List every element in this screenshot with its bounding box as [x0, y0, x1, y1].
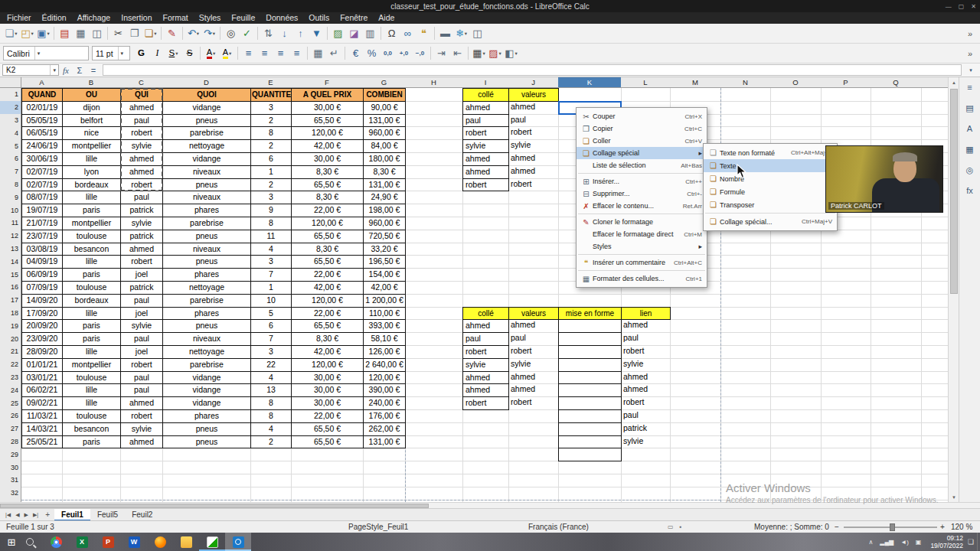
cell[interactable]: ahmed: [462, 371, 509, 385]
cell[interactable]: 65,50 €: [291, 255, 364, 269]
cell[interactable]: vidange: [162, 383, 251, 397]
pivot-table-icon[interactable]: ▥: [362, 25, 378, 41]
row-header-25[interactable]: 25: [0, 396, 21, 410]
cell[interactable]: 13: [250, 383, 292, 397]
gallery-icon[interactable]: ▦: [962, 142, 978, 156]
cell[interactable]: [558, 371, 622, 385]
cell[interactable]: vidange: [162, 371, 251, 385]
cell[interactable]: 960,00 €: [363, 126, 406, 140]
toolbar-overflow-icon[interactable]: »: [968, 49, 972, 58]
cell[interactable]: 22,00 €: [291, 204, 364, 217]
cell[interactable]: joel: [120, 307, 163, 321]
cell[interactable]: 198,00 €: [363, 204, 406, 217]
sheet-tab-feuil1[interactable]: Feuil1: [54, 509, 90, 521]
cell[interactable]: paul: [462, 332, 509, 346]
cell[interactable]: parebrise: [162, 217, 251, 230]
next-sheet-button[interactable]: ▶: [22, 512, 31, 518]
paste-icon[interactable]: ❏▾: [142, 25, 158, 41]
cell[interactable]: 42,00 €: [291, 139, 364, 153]
row-header-31[interactable]: 31: [0, 474, 21, 487]
cell[interactable]: 120,00 €: [291, 358, 364, 372]
open-icon[interactable]: ◰▾: [19, 25, 35, 41]
explorer-button[interactable]: [173, 533, 199, 551]
cell[interactable]: montpellier: [62, 139, 121, 153]
row-header-5[interactable]: 5: [0, 139, 21, 153]
percent-format-icon[interactable]: %: [364, 45, 380, 61]
cell[interactable]: robert: [462, 178, 509, 192]
sidebar-menu-icon[interactable]: ≡: [962, 80, 978, 94]
find-replace-icon[interactable]: ◎: [223, 25, 239, 41]
align-left-icon[interactable]: ≡: [240, 45, 256, 61]
menu-fenetre[interactable]: Fenêtre: [335, 12, 373, 24]
cell[interactable]: 21/07/19: [21, 217, 63, 230]
row-header-30[interactable]: 30: [0, 461, 21, 474]
cell[interactable]: 154,00 €: [363, 268, 406, 282]
column-header-K[interactable]: K: [558, 77, 622, 88]
cell[interactable]: 3: [250, 255, 292, 269]
cell[interactable]: 05/05/19: [21, 114, 63, 128]
column-header-L[interactable]: L: [621, 77, 671, 88]
cell[interactable]: ahmed: [120, 435, 163, 449]
context-menu-item-selection-list[interactable]: Liste de sélectionAlt+Bas: [577, 159, 707, 171]
freeze-panes-icon[interactable]: ❄▾: [453, 25, 469, 41]
cell[interactable]: 9: [250, 204, 292, 217]
name-box[interactable]: K2 ▾: [2, 64, 59, 76]
row-header-23[interactable]: 23: [0, 371, 21, 385]
insert-mode-icon[interactable]: ▭: [668, 521, 674, 533]
cell[interactable]: dijon: [62, 101, 121, 115]
cell[interactable]: 131,00 €: [363, 178, 406, 192]
sheet-position[interactable]: Feuille 1 sur 3: [6, 521, 54, 533]
cell[interactable]: nettoyage: [162, 139, 251, 153]
vertical-scrollbar[interactable]: ▲ ▼: [948, 77, 959, 502]
cell[interactable]: patrick: [120, 281, 163, 295]
chevron-down-icon[interactable]: ▾: [213, 51, 215, 57]
cell[interactable]: 3: [250, 101, 292, 115]
menu-edition[interactable]: Édition: [37, 12, 72, 24]
chevron-down-icon[interactable]: ▾: [31, 31, 34, 37]
cell[interactable]: QUAND: [21, 88, 63, 102]
cell[interactable]: lien: [621, 307, 671, 321]
search-icon[interactable]: [26, 538, 34, 546]
context-menu-item-clear-contents[interactable]: ✗Effacer le contenu...Ret.Arr: [577, 200, 707, 212]
cell[interactable]: 8: [250, 396, 292, 410]
cell[interactable]: ahmed: [120, 243, 163, 256]
column-header-C[interactable]: C: [120, 77, 163, 88]
cell[interactable]: 7: [250, 332, 292, 346]
cell[interactable]: [558, 422, 622, 436]
cell[interactable]: ahmed: [508, 371, 559, 385]
cell[interactable]: phares: [162, 409, 251, 423]
cell[interactable]: robert: [508, 126, 559, 140]
split-window-icon[interactable]: ◫: [469, 25, 485, 41]
cell[interactable]: lille: [62, 191, 121, 204]
cell[interactable]: ahmed: [621, 319, 671, 333]
cell[interactable]: 02/07/19: [21, 165, 63, 179]
menu-feuille[interactable]: Feuille: [226, 12, 260, 24]
column-header-P[interactable]: P: [821, 77, 871, 88]
chevron-down-icon[interactable]: ▾: [34, 47, 43, 60]
cell[interactable]: sylvie: [120, 319, 163, 333]
cell[interactable]: patrick: [621, 422, 671, 436]
cell[interactable]: 23/07/19: [21, 230, 63, 243]
row-header-21[interactable]: 21: [0, 345, 21, 359]
cell[interactable]: 14/03/21: [21, 422, 63, 436]
zoom-out-button[interactable]: −: [835, 521, 839, 533]
column-header-A[interactable]: A: [21, 77, 63, 88]
cell[interactable]: 8,30 €: [291, 332, 364, 346]
cell[interactable]: 8,30 €: [291, 243, 364, 256]
cell[interactable]: ahmed: [462, 383, 509, 397]
formula-input[interactable]: [103, 64, 962, 76]
context-menu-item-insert-cells[interactable]: ⊞Insérer...Ctrl++: [577, 175, 707, 187]
functions-icon[interactable]: fx: [962, 184, 978, 197]
context-menu-item-copy[interactable]: ❐CopierCtrl+C: [577, 122, 707, 135]
cell[interactable]: 110,00 €: [363, 307, 406, 321]
cell[interactable]: 8,30 €: [363, 165, 406, 179]
cell[interactable]: 7: [250, 268, 292, 282]
sort-descending-icon[interactable]: ↑: [292, 25, 309, 41]
context-menu-item-cut[interactable]: ✂CouperCtrl+X: [577, 110, 707, 122]
column-header-B[interactable]: B: [62, 77, 121, 88]
cell[interactable]: vidange: [162, 152, 251, 166]
cell[interactable]: vidange: [162, 396, 251, 410]
cell[interactable]: 65,50 €: [291, 422, 364, 436]
cell[interactable]: toulouse: [62, 371, 121, 385]
cell[interactable]: robert: [508, 345, 559, 359]
